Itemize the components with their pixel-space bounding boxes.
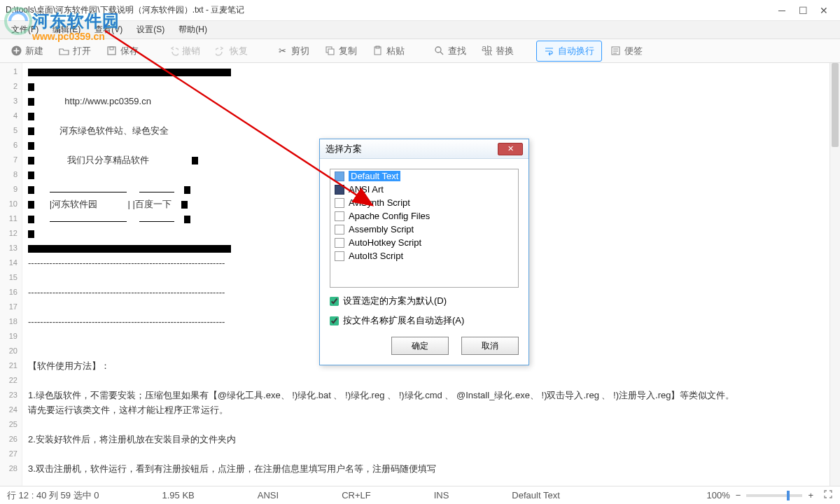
save-button[interactable]: 保存	[99, 41, 146, 61]
find-button[interactable]: 查找	[427, 41, 473, 61]
list-item[interactable]: ANSI Art	[330, 183, 518, 196]
cancel-button[interactable]: 取消	[461, 337, 519, 355]
wrap-icon	[544, 46, 554, 56]
scissors-icon: ✂	[277, 46, 288, 56]
redo-button[interactable]: 恢复	[209, 41, 255, 61]
vertical-scrollbar[interactable]	[830, 63, 840, 486]
list-item[interactable]: AutoIt3 Script	[330, 249, 518, 262]
select-scheme-dialog: 选择方案 ✕ Default Text ANSI Art AviSynth Sc…	[319, 139, 529, 365]
status-bar: 行 12 : 40 列 59 选中 0 1.95 KB ANSI CR+LF I…	[0, 486, 840, 504]
sticky-button[interactable]: 便签	[603, 41, 650, 61]
title-bar: D:\tools\桌面\河东软件园\下载说明（河东软件园）.txt - 豆麦笔记…	[0, 0, 840, 21]
cursor-position: 行 12 : 40 列 59 选中 0	[7, 489, 99, 502]
fullscreen-icon[interactable]	[823, 489, 833, 501]
insert-mode: INS	[434, 490, 449, 500]
new-button[interactable]: 新建	[4, 41, 50, 61]
line-gutter: 1234567891011121314151617181920212223242…	[0, 63, 22, 486]
svg-rect-1	[108, 47, 115, 55]
replace-button[interactable]: abac替换	[475, 41, 521, 61]
svg-text:ac: ac	[484, 47, 492, 56]
menu-settings[interactable]: 设置(S)	[130, 22, 172, 38]
dialog-titlebar[interactable]: 选择方案 ✕	[320, 139, 528, 159]
ok-button[interactable]: 确定	[391, 337, 449, 355]
encoding: ANSI	[258, 490, 279, 500]
auto-ext-checkbox[interactable]: 按文件名称扩展名自动选择(A)	[330, 314, 519, 327]
default-checkbox[interactable]: 设置选定的方案为默认(D)	[330, 295, 519, 307]
maximize-button[interactable]: ☐	[792, 4, 813, 18]
dialog-close-button[interactable]: ✕	[498, 143, 523, 155]
list-item[interactable]: AviSynth Script	[330, 196, 518, 209]
svg-rect-4	[328, 49, 334, 55]
menu-file[interactable]: 文件(F)	[4, 22, 46, 38]
menu-help[interactable]: 帮助(H)	[172, 22, 214, 38]
wrap-button[interactable]: 自动换行	[536, 41, 602, 62]
copy-icon	[325, 46, 335, 56]
list-item[interactable]: Default Text	[330, 169, 518, 183]
zoom-in-icon[interactable]: +	[808, 490, 813, 500]
close-button[interactable]: ✕	[813, 4, 834, 18]
replace-icon: abac	[482, 46, 492, 56]
undo-icon	[168, 46, 178, 56]
list-item[interactable]: Assembly Script	[330, 223, 518, 236]
file-icon	[335, 225, 344, 234]
file-size: 1.95 KB	[162, 490, 195, 500]
cut-button[interactable]: ✂剪切	[270, 41, 316, 61]
note-icon	[610, 46, 621, 56]
file-icon	[335, 185, 344, 195]
menu-view[interactable]: 查看(V)	[88, 22, 130, 38]
clipboard-icon	[372, 46, 383, 56]
zoom-slider[interactable]	[746, 494, 802, 497]
file-icon	[335, 172, 344, 181]
file-icon	[335, 238, 344, 248]
copy-button[interactable]: 复制	[318, 41, 364, 61]
save-icon	[106, 46, 117, 56]
scheme-listbox[interactable]: Default Text ANSI Art AviSynth Script Ap…	[330, 169, 519, 288]
menu-bar: 文件(F) 编辑(E) 查看(V) 设置(S) 帮助(H)	[0, 21, 840, 39]
list-item[interactable]: AutoHotkey Script	[330, 236, 518, 249]
paste-button[interactable]: 粘贴	[365, 41, 412, 61]
search-icon	[434, 46, 444, 56]
zoom-out-icon[interactable]: −	[736, 490, 741, 500]
folder-open-icon	[59, 46, 69, 56]
open-button[interactable]: 打开	[52, 41, 98, 61]
toolbar: 新建 打开 保存 撤销 恢复 ✂剪切 复制 粘贴 查找 abac替换 自动换行 …	[0, 39, 840, 63]
scheme: Default Text	[512, 490, 559, 500]
zoom-control[interactable]: 100% − +	[707, 489, 833, 501]
list-item[interactable]: Apache Config Files	[330, 209, 518, 223]
file-icon	[335, 198, 344, 208]
undo-button[interactable]: 撤销	[161, 41, 207, 61]
file-icon	[335, 211, 344, 221]
file-icon	[335, 251, 344, 261]
line-ending: CR+LF	[342, 490, 371, 500]
menu-edit[interactable]: 编辑(E)	[46, 22, 88, 38]
redo-icon	[216, 46, 226, 56]
svg-point-7	[435, 47, 441, 52]
plus-circle-icon	[11, 46, 22, 56]
minimize-button[interactable]: ─	[771, 4, 792, 18]
window-title: D:\tools\桌面\河东软件园\下载说明（河东软件园）.txt - 豆麦笔记	[6, 4, 771, 16]
